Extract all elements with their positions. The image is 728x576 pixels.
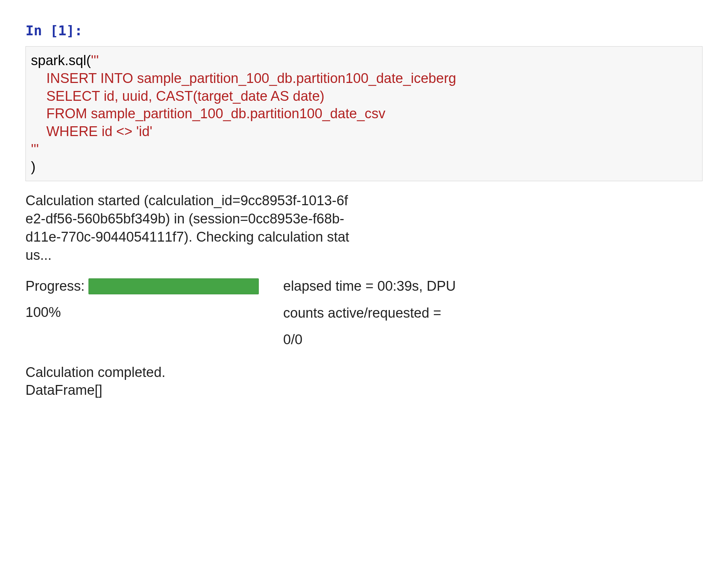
- code-token-call: ): [31, 159, 36, 174]
- dataframe-result: DataFrame[]: [25, 381, 703, 399]
- elapsed-time-text: elapsed time = 00:39s, DPU: [283, 277, 456, 295]
- code-token-string: INSERT INTO sample_partition_100_db.part…: [31, 71, 456, 86]
- dpu-counts-value: 0/0: [283, 331, 456, 349]
- cell-output: Calculation started (calculation_id=9cc8…: [25, 191, 703, 400]
- progress-row: Progress: 100% elapsed time = 00:39s, DP…: [25, 277, 703, 349]
- code-token-string: ''': [91, 53, 99, 68]
- calculation-status-text: Calculation started (calculation_id=9cc8…: [25, 191, 364, 265]
- code-token-string: SELECT id, uuid, CAST(target_date AS dat…: [31, 88, 324, 104]
- code-token-string: FROM sample_partition_100_db.partition10…: [31, 106, 385, 121]
- status-line: e2-df56-560b65bf349b) in (session=0cc895…: [25, 211, 344, 226]
- calculation-completed-text: Calculation completed.: [25, 364, 703, 381]
- code-token-string: WHERE id <> 'id': [31, 124, 152, 139]
- cell-prompt: In [1]:: [25, 22, 703, 40]
- progress-label: Progress:: [25, 277, 85, 295]
- status-line: us...: [25, 247, 52, 263]
- status-line: Calculation started (calculation_id=9cc8…: [25, 193, 348, 208]
- status-line: d11e-770c-9044054111f7). Checking calcul…: [25, 229, 349, 245]
- dpu-counts-label: counts active/requested =: [283, 304, 456, 322]
- code-token-call: spark.sql(: [31, 53, 91, 68]
- code-input-cell[interactable]: spark.sql(''' INSERT INTO sample_partiti…: [25, 46, 703, 181]
- progress-percent: 100%: [25, 303, 280, 321]
- code-token-string: ''': [31, 142, 39, 157]
- progress-bar: [88, 278, 259, 294]
